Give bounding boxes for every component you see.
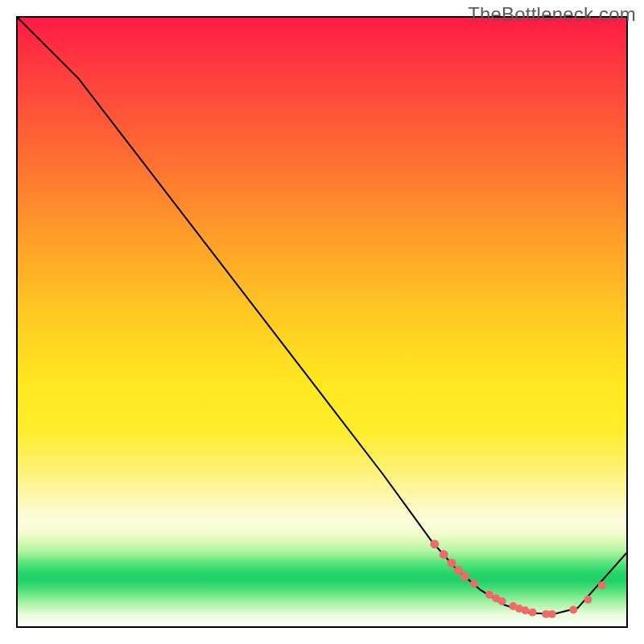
marker-dot bbox=[569, 606, 577, 614]
watermark-label: TheBottleneck.com bbox=[468, 3, 636, 26]
marker-dot bbox=[430, 539, 439, 548]
marker-dot bbox=[522, 606, 530, 614]
chart-stage: TheBottleneck.com bbox=[0, 0, 644, 644]
marker-dot bbox=[584, 596, 592, 604]
marker-dot bbox=[440, 550, 448, 559]
bottleneck-curve bbox=[18, 18, 626, 614]
marker-dot bbox=[548, 610, 556, 618]
marker-dot bbox=[448, 559, 456, 568]
marker-dot bbox=[598, 581, 606, 589]
curve-layer bbox=[18, 18, 626, 626]
plot-area bbox=[16, 16, 628, 628]
marker-dot bbox=[460, 572, 469, 581]
marker-dot bbox=[470, 580, 478, 588]
marker-dot bbox=[529, 609, 537, 617]
marker-dot bbox=[454, 566, 463, 575]
marker-dot bbox=[498, 597, 506, 605]
